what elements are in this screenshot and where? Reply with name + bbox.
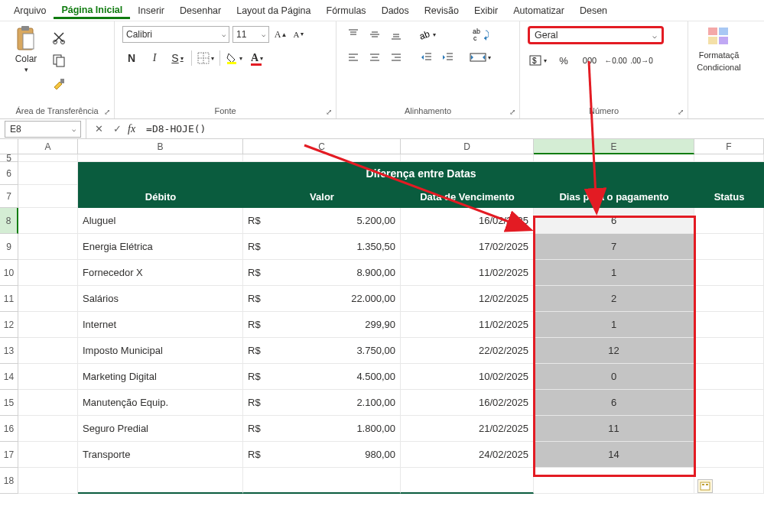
row-header-15[interactable]: 15 xyxy=(0,390,18,416)
font-name-select[interactable]: Calibri ⌵ xyxy=(122,26,229,43)
col-header-B[interactable]: B xyxy=(78,139,243,154)
bold-button[interactable]: N xyxy=(122,49,141,67)
align-center-button[interactable] xyxy=(366,49,384,66)
percent-button[interactable]: % xyxy=(554,52,574,69)
comma-button[interactable]: 000 xyxy=(580,52,600,69)
row-header-6[interactable]: 6 xyxy=(0,162,18,185)
increase-indent-button[interactable] xyxy=(439,49,457,66)
tab-dados[interactable]: Dados xyxy=(374,2,417,19)
cell-debito[interactable]: Fornecedor X xyxy=(78,260,243,286)
row-header-13[interactable]: 13 xyxy=(0,338,18,364)
cell[interactable] xyxy=(18,260,78,286)
format-painter-button[interactable] xyxy=(50,75,67,92)
cell-debito[interactable]: Seguro Predial xyxy=(78,416,243,442)
col-header-A[interactable]: A xyxy=(18,139,78,154)
copy-button[interactable] xyxy=(50,52,67,69)
cell-data[interactable]: 11/02/2025 xyxy=(401,312,534,338)
cell-valor[interactable]: R$980,00 xyxy=(243,442,401,468)
cell-data[interactable]: 22/02/2025 xyxy=(401,338,534,364)
cell[interactable] xyxy=(18,185,78,208)
cell-valor[interactable]: R$299,90 xyxy=(243,312,401,338)
col-header-C[interactable]: C xyxy=(243,139,401,154)
cell-dias[interactable]: 2 xyxy=(534,286,694,312)
row-header-17[interactable]: 17 xyxy=(0,442,18,468)
cell-status[interactable] xyxy=(694,364,764,390)
align-bottom-button[interactable] xyxy=(387,26,405,43)
cell-valor[interactable]: R$3.750,00 xyxy=(243,338,401,364)
decrease-font-button[interactable]: A▼ xyxy=(291,26,307,43)
cell[interactable] xyxy=(18,468,78,494)
fx-button[interactable]: fx xyxy=(128,123,135,135)
font-launcher[interactable]: ⤢ xyxy=(323,106,334,117)
conditional-formatting-button[interactable]: Formataçã Condicional xyxy=(696,26,742,72)
row-header-5[interactable]: 5 xyxy=(0,154,18,162)
clipboard-launcher[interactable]: ⤢ xyxy=(102,106,112,117)
increase-decimal-button[interactable]: ←0.00 xyxy=(606,52,626,69)
accept-formula-button[interactable]: ✓ xyxy=(109,122,125,137)
cell[interactable] xyxy=(18,286,78,312)
tab-automatizar[interactable]: Automatizar xyxy=(506,2,572,19)
row-header-14[interactable]: 14 xyxy=(0,364,18,390)
th-data[interactable]: Data de Vencimento xyxy=(401,185,534,208)
cell-debito[interactable]: Marketing Digital xyxy=(78,364,243,390)
merge-button[interactable]: ▾ xyxy=(470,49,491,66)
align-top-button[interactable] xyxy=(344,26,362,43)
cell-valor[interactable]: R$5.200,00 xyxy=(243,208,401,234)
autofill-options-button[interactable] xyxy=(697,479,713,493)
cell-status[interactable] xyxy=(694,260,764,286)
tab-desenhar[interactable]: Desenhar xyxy=(172,2,229,19)
cell-status[interactable] xyxy=(694,286,764,312)
cell-dias[interactable]: 1 xyxy=(534,312,694,338)
cell-valor[interactable]: R$22.000,00 xyxy=(243,286,401,312)
cell-dias[interactable]: 6 xyxy=(534,208,694,234)
row-header-10[interactable]: 10 xyxy=(0,260,18,286)
name-box[interactable]: E8 ⌵ xyxy=(5,121,81,138)
col-header-F[interactable]: F xyxy=(694,139,764,154)
cell[interactable] xyxy=(534,154,694,162)
cell[interactable] xyxy=(18,442,78,468)
cell[interactable] xyxy=(18,390,78,416)
th-valor[interactable]: Valor xyxy=(243,185,401,208)
cell[interactable] xyxy=(18,234,78,260)
tab-revisao[interactable]: Revisão xyxy=(417,2,467,19)
cell-status[interactable] xyxy=(694,234,764,260)
row-header-12[interactable]: 12 xyxy=(0,312,18,338)
col-header-D[interactable]: D xyxy=(401,139,534,154)
cell[interactable] xyxy=(534,468,694,494)
cell-status[interactable] xyxy=(694,208,764,234)
cell-valor[interactable]: R$8.900,00 xyxy=(243,260,401,286)
cell-data[interactable]: 17/02/2025 xyxy=(401,234,534,260)
cell-status[interactable] xyxy=(694,338,764,364)
tab-inserir[interactable]: Inserir xyxy=(130,2,172,19)
th-status[interactable]: Status xyxy=(694,185,764,208)
cell-dias[interactable]: 1 xyxy=(534,260,694,286)
cell-dias[interactable]: 0 xyxy=(534,364,694,390)
row-header-8[interactable]: 8 xyxy=(0,208,18,234)
cell[interactable] xyxy=(78,468,243,494)
align-left-button[interactable] xyxy=(344,49,362,66)
tab-arquivo[interactable]: Arquivo xyxy=(6,2,54,19)
cell-valor[interactable]: R$1.800,00 xyxy=(243,416,401,442)
number-format-select[interactable]: Geral ⌵ xyxy=(528,26,664,44)
cell[interactable] xyxy=(18,364,78,390)
cell[interactable] xyxy=(18,154,78,162)
cell[interactable] xyxy=(78,154,243,162)
cell-dias[interactable]: 12 xyxy=(534,338,694,364)
row-header-9[interactable]: 9 xyxy=(0,234,18,260)
cell-data[interactable]: 16/02/2025 xyxy=(401,390,534,416)
accounting-format-button[interactable]: $▾ xyxy=(528,52,548,69)
increase-font-button[interactable]: A▲ xyxy=(272,26,289,43)
row-header-11[interactable]: 11 xyxy=(0,286,18,312)
tab-exibir[interactable]: Exibir xyxy=(467,2,506,19)
cell-debito[interactable]: Aluguel xyxy=(78,208,243,234)
cell[interactable] xyxy=(18,416,78,442)
orientation-button[interactable]: ab▾ xyxy=(418,26,436,43)
fill-color-button[interactable]: ▾ xyxy=(225,49,243,67)
th-dias[interactable]: Dias para o pagamento xyxy=(534,185,694,208)
cell-debito[interactable]: Salários xyxy=(78,286,243,312)
font-color-button[interactable]: A▾ xyxy=(248,49,266,67)
cell-status[interactable] xyxy=(694,312,764,338)
cell-debito[interactable]: Transporte xyxy=(78,442,243,468)
font-size-select[interactable]: 11 ⌵ xyxy=(232,26,269,43)
cell-data[interactable]: 11/02/2025 xyxy=(401,260,534,286)
